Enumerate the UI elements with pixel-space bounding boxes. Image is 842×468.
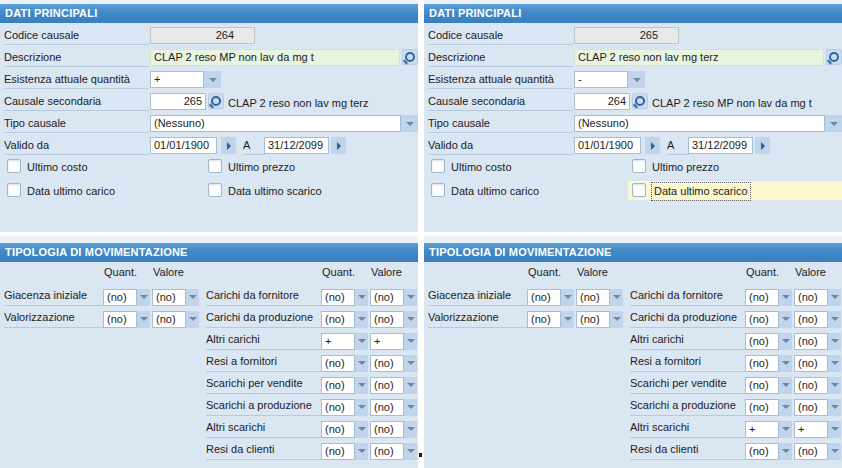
dropdown-arrow-button[interactable] — [404, 399, 417, 416]
dropdown-arrow-button[interactable] — [404, 355, 417, 372]
value-sign-select[interactable]: (no) — [576, 289, 610, 306]
value-sign-select[interactable]: (no) — [152, 311, 186, 328]
value-sign-select[interactable]: (no) — [794, 333, 828, 350]
dropdown-arrow-button[interactable] — [355, 399, 368, 416]
quantity-sign-select[interactable]: (no) — [745, 333, 779, 350]
dropdown-arrow-button[interactable] — [828, 289, 841, 306]
value-sign-select[interactable]: (no) — [152, 289, 186, 306]
dropdown-arrow-button[interactable] — [779, 289, 792, 306]
value-sign-select[interactable]: (no) — [576, 311, 610, 328]
dropdown-arrow-button[interactable] — [779, 443, 792, 460]
quantity-sign-select[interactable]: (no) — [745, 377, 779, 394]
dropdown-arrow-button[interactable] — [828, 333, 841, 350]
dropdown-arrow-button[interactable] — [561, 289, 574, 306]
valido-a-date-field[interactable]: 31/12/2099 — [264, 137, 329, 154]
esistenza-select[interactable]: + — [150, 71, 204, 88]
tipo-causale-select[interactable]: (Nessuno) — [150, 115, 401, 132]
dropdown-arrow-button[interactable] — [137, 289, 150, 306]
dropdown-arrow-button[interactable] — [355, 377, 368, 394]
tipo-causale-select[interactable]: (Nessuno) — [574, 115, 825, 132]
dropdown-arrow-button[interactable] — [610, 311, 623, 328]
dropdown-arrow-button[interactable] — [404, 421, 417, 438]
quantity-sign-select[interactable]: (no) — [321, 311, 355, 328]
dropdown-arrow-button[interactable] — [779, 399, 792, 416]
ultimo-prezzo-checkbox[interactable] — [208, 159, 222, 173]
data-ultimo-carico-checkbox[interactable] — [431, 183, 445, 197]
dropdown-arrow-button[interactable] — [186, 311, 199, 328]
value-sign-select[interactable]: (no) — [794, 355, 828, 372]
quantity-sign-select[interactable]: (no) — [745, 289, 779, 306]
descrizione-field[interactable]: CLAP 2 reso non lav mg terz — [574, 49, 824, 66]
quantity-sign-select[interactable]: (no) — [321, 421, 355, 438]
causale-secondaria-field[interactable]: 264 — [574, 93, 630, 110]
value-sign-select[interactable]: (no) — [794, 399, 828, 416]
dropdown-arrow-button[interactable] — [610, 289, 623, 306]
dropdown-arrow-button[interactable] — [779, 311, 792, 328]
value-sign-select[interactable]: (no) — [370, 443, 404, 460]
data-ultimo-scarico-checkbox[interactable] — [632, 183, 646, 197]
esistenza-dropdown-button[interactable] — [628, 71, 645, 88]
quantity-sign-select[interactable]: (no) — [527, 289, 561, 306]
dropdown-arrow-button[interactable] — [828, 355, 841, 372]
value-sign-select[interactable]: + — [370, 333, 404, 350]
value-sign-select[interactable]: + — [794, 421, 828, 438]
dropdown-arrow-button[interactable] — [186, 289, 199, 306]
value-sign-select[interactable]: (no) — [794, 443, 828, 460]
data-ultimo-carico-checkbox[interactable] — [7, 183, 21, 197]
causale-secondaria-search-button[interactable] — [208, 93, 224, 109]
dropdown-arrow-button[interactable] — [355, 311, 368, 328]
quantity-sign-select[interactable]: + — [745, 421, 779, 438]
esistenza-select[interactable]: - — [574, 71, 628, 88]
valido-a-date-field[interactable]: 31/12/2099 — [688, 137, 753, 154]
data-ultimo-scarico-checkbox[interactable] — [208, 183, 222, 197]
dropdown-arrow-button[interactable] — [404, 311, 417, 328]
esistenza-dropdown-button[interactable] — [204, 71, 221, 88]
value-sign-select[interactable]: (no) — [370, 377, 404, 394]
valido-da-spin-button[interactable] — [221, 137, 236, 154]
valido-da-date-field[interactable]: 01/01/1900 — [150, 137, 217, 154]
descrizione-field[interactable]: CLAP 2 reso MP non lav da mg t — [150, 49, 400, 66]
valido-da-date-field[interactable]: 01/01/1900 — [574, 137, 641, 154]
dropdown-arrow-button[interactable] — [779, 355, 792, 372]
value-sign-select[interactable]: (no) — [794, 289, 828, 306]
dropdown-arrow-button[interactable] — [779, 421, 792, 438]
dropdown-arrow-button[interactable] — [355, 443, 368, 460]
ultimo-costo-checkbox[interactable] — [7, 159, 21, 173]
dropdown-arrow-button[interactable] — [828, 443, 841, 460]
tipo-causale-dropdown-button[interactable] — [825, 115, 842, 132]
dropdown-arrow-button[interactable] — [828, 421, 841, 438]
quantity-sign-select[interactable]: (no) — [745, 399, 779, 416]
quantity-sign-select[interactable]: (no) — [745, 311, 779, 328]
dropdown-arrow-button[interactable] — [355, 289, 368, 306]
dropdown-arrow-button[interactable] — [828, 399, 841, 416]
ultimo-prezzo-checkbox[interactable] — [632, 159, 646, 173]
dropdown-arrow-button[interactable] — [404, 377, 417, 394]
value-sign-select[interactable]: (no) — [370, 399, 404, 416]
dropdown-arrow-button[interactable] — [355, 421, 368, 438]
tipo-causale-dropdown-button[interactable] — [401, 115, 418, 132]
valido-da-spin-button[interactable] — [645, 137, 660, 154]
quantity-sign-select[interactable]: (no) — [321, 289, 355, 306]
dropdown-arrow-button[interactable] — [137, 311, 150, 328]
valido-a-spin-button[interactable] — [331, 137, 346, 154]
descrizione-search-button[interactable] — [402, 49, 418, 65]
dropdown-arrow-button[interactable] — [404, 289, 417, 306]
quantity-sign-select[interactable]: (no) — [321, 377, 355, 394]
dropdown-arrow-button[interactable] — [561, 311, 574, 328]
value-sign-select[interactable]: (no) — [370, 289, 404, 306]
value-sign-select[interactable]: (no) — [370, 421, 404, 438]
quantity-sign-select[interactable]: (no) — [103, 311, 137, 328]
dropdown-arrow-button[interactable] — [355, 333, 368, 350]
dropdown-arrow-button[interactable] — [828, 311, 841, 328]
quantity-sign-select[interactable]: (no) — [527, 311, 561, 328]
quantity-sign-select[interactable]: (no) — [103, 289, 137, 306]
descrizione-search-button[interactable] — [826, 49, 842, 65]
quantity-sign-select[interactable]: (no) — [321, 355, 355, 372]
dropdown-arrow-button[interactable] — [404, 333, 417, 350]
causale-secondaria-search-button[interactable] — [632, 93, 648, 109]
dropdown-arrow-button[interactable] — [828, 377, 841, 394]
value-sign-select[interactable]: (no) — [794, 377, 828, 394]
dropdown-arrow-button[interactable] — [404, 443, 417, 460]
quantity-sign-select[interactable]: (no) — [745, 355, 779, 372]
value-sign-select[interactable]: (no) — [794, 311, 828, 328]
